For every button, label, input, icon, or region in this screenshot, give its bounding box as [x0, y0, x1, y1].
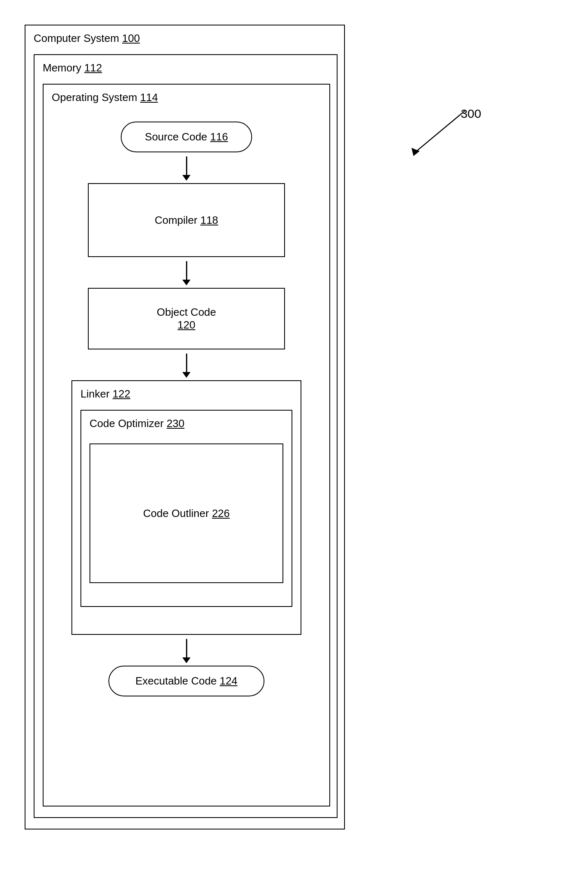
- object-code-number: 120: [177, 319, 195, 331]
- arrow-line-1: [186, 156, 187, 175]
- object-code-text: Object Code: [157, 306, 216, 318]
- arrow-line-3: [186, 354, 187, 372]
- object-code-box: Object Code120: [88, 288, 285, 349]
- arrow-line-4: [186, 639, 187, 657]
- memory-number: 112: [84, 62, 102, 74]
- linker-box: Linker 122 Code Optimizer 230 Code Outli…: [71, 380, 301, 635]
- source-code-pill: Source Code 116: [121, 122, 252, 152]
- arrow-source-to-compiler: [182, 156, 191, 181]
- executable-code-label: Executable Code 124: [136, 675, 238, 687]
- memory-box: Memory 112 Operating System 114 Source C…: [34, 54, 338, 818]
- arrow-linker-to-executable: [182, 639, 191, 663]
- compiler-number: 118: [200, 214, 218, 226]
- arrow-object-to-linker: [182, 354, 191, 378]
- arrow-head-2: [182, 280, 191, 285]
- arrow-head-4: [182, 657, 191, 663]
- arrow-head-3: [182, 372, 191, 378]
- svg-line-0: [416, 111, 465, 152]
- os-number: 114: [140, 91, 158, 103]
- reference-300-area: 300: [391, 107, 481, 166]
- computer-system-label: Computer System 100: [34, 32, 140, 45]
- code-outliner-label: Code Outliner 226: [143, 507, 230, 520]
- arrow-head-1: [182, 175, 191, 181]
- arrow-compiler-to-object: [182, 261, 191, 285]
- linker-text: Linker: [80, 388, 110, 400]
- code-optimizer-box: Code Optimizer 230 Code Outliner 226: [80, 410, 292, 607]
- os-box: Operating System 114 Source Code 116: [43, 84, 330, 806]
- source-code-number: 116: [210, 131, 228, 143]
- code-optimizer-text: Code Optimizer: [90, 417, 164, 430]
- executable-code-number: 124: [220, 675, 237, 687]
- linker-number: 122: [113, 388, 130, 400]
- executable-code-text: Executable Code: [136, 675, 217, 687]
- code-outliner-number: 226: [212, 507, 230, 519]
- computer-system-text: Computer System: [34, 32, 119, 44]
- compiler-label: Compiler 118: [155, 214, 218, 227]
- computer-system-box: Computer System 100 Memory 112 Operating…: [25, 25, 345, 829]
- diagram-container: Computer System 100 Memory 112 Operating…: [25, 25, 361, 854]
- compiler-text: Compiler: [155, 214, 198, 226]
- code-outliner-box: Code Outliner 226: [90, 443, 283, 583]
- code-outliner-text: Code Outliner: [143, 507, 209, 519]
- memory-label: Memory 112: [43, 62, 102, 74]
- executable-code-pill: Executable Code 124: [108, 666, 264, 696]
- os-label: Operating System 114: [52, 91, 158, 104]
- object-code-label: Object Code120: [157, 306, 216, 331]
- memory-text: Memory: [43, 62, 81, 74]
- ref-300-label: 300: [461, 107, 481, 121]
- code-optimizer-label: Code Optimizer 230: [90, 417, 184, 430]
- compiler-box: Compiler 118: [88, 183, 285, 257]
- source-code-text: Source Code: [145, 131, 207, 143]
- os-text: Operating System: [52, 91, 137, 103]
- source-code-label: Source Code 116: [145, 131, 228, 143]
- linker-label: Linker 122: [80, 388, 130, 400]
- computer-system-number: 100: [122, 32, 140, 44]
- code-optimizer-number: 230: [167, 417, 184, 430]
- arrow-line-2: [186, 261, 187, 280]
